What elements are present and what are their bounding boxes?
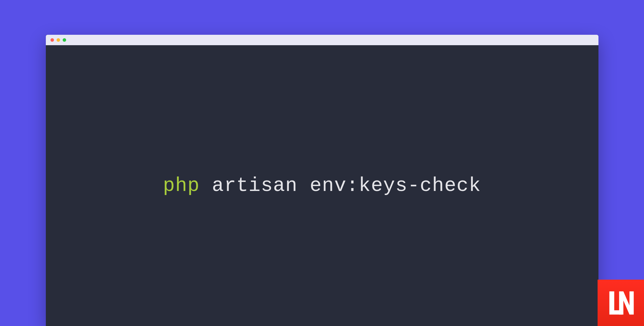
command-keyword: php — [163, 174, 200, 197]
command-line: php artisan env:keys-check — [163, 174, 481, 197]
terminal-body[interactable]: php artisan env:keys-check — [46, 45, 598, 326]
ln-logo-icon — [606, 288, 636, 318]
terminal-window: php artisan env:keys-check — [46, 35, 598, 326]
laravel-news-logo — [598, 280, 644, 326]
minimize-icon[interactable] — [57, 38, 60, 42]
close-icon[interactable] — [50, 38, 54, 42]
maximize-icon[interactable] — [63, 38, 66, 42]
command-args: artisan env:keys-check — [200, 174, 481, 197]
window-titlebar — [46, 35, 598, 45]
